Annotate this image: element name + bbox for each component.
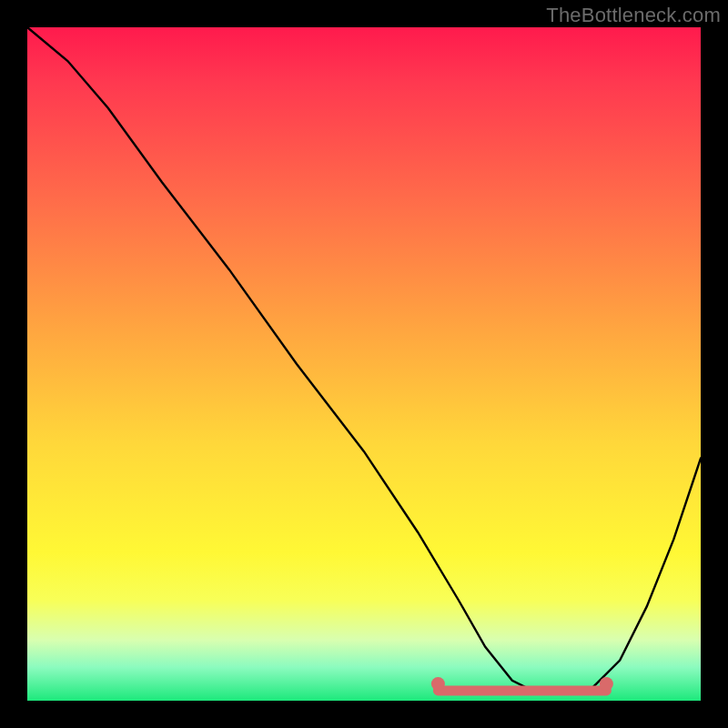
flat-band-right-dot [600, 677, 613, 691]
flat-band-left-dot [431, 677, 445, 691]
chart-svg [27, 27, 701, 701]
chart-plot-area [27, 27, 701, 701]
bottleneck-curve [27, 27, 701, 694]
watermark-text: TheBottleneck.com [546, 4, 721, 27]
